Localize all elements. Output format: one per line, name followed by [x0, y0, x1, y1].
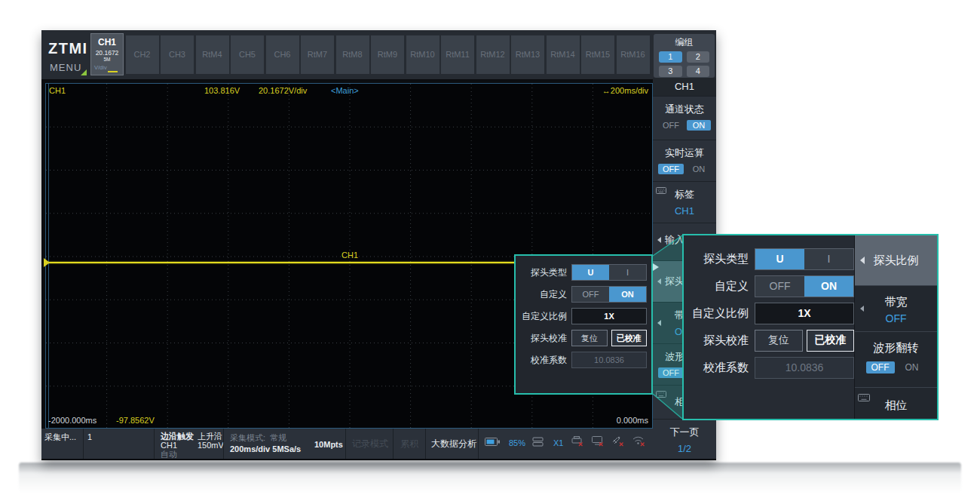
trigger-info[interactable]: 边沿触发 CH1 自动 [161, 432, 194, 459]
status-icons: 85% X1 [485, 435, 646, 450]
acq-points: 10Mpts [314, 440, 343, 449]
scope-left-voltage: -97.8562V [116, 416, 155, 425]
group-button-1[interactable]: 1 [659, 51, 682, 63]
option-on[interactable]: ON [804, 276, 853, 297]
off-option[interactable]: OFF [658, 164, 684, 174]
tab-ch3[interactable]: CH3 [161, 35, 194, 74]
left-arrow-icon [860, 257, 865, 264]
group-button-3[interactable]: 3 [659, 66, 682, 77]
tab-label: RtM4 [202, 50, 222, 59]
battery-percent: 85% [509, 438, 525, 447]
keyboard-icon [656, 389, 666, 400]
tab-ch2[interactable]: CH2 [126, 35, 159, 74]
option-off[interactable]: OFF [572, 287, 609, 302]
calibrated-button[interactable]: 已校准 [611, 330, 648, 346]
cal-coeff-row: 校准系数 10.0836 [684, 356, 854, 379]
left-arrow-icon [657, 320, 661, 326]
probe-ratio-popup: 探头类型 U I 自定义 OFF ON 自定义比例 1X 探头校准 [514, 254, 653, 395]
on-option[interactable]: ON [687, 120, 711, 131]
divider [478, 429, 479, 459]
tab-ch6[interactable]: CH6 [266, 35, 299, 74]
trigger-edge-info: 上升沿 150mV [198, 432, 224, 450]
custom-ratio-input[interactable]: 1X [571, 308, 647, 324]
acq-mode: 常规 [270, 433, 286, 442]
sidebar-item-tag[interactable]: 标签 CH1 [653, 181, 716, 223]
menu-item-probe-ratio[interactable]: 探头比例 [855, 235, 937, 285]
option-u[interactable]: U [755, 249, 804, 269]
tab-rtm14[interactable]: RtM14 [547, 35, 580, 74]
wifi-disconnected-icon [632, 435, 646, 450]
option-off[interactable]: OFF [755, 276, 804, 297]
sidebar-item-next-page[interactable]: 下一页 1/2 [653, 419, 716, 458]
tab-label: RtM15 [586, 50, 610, 59]
tab-rtm16[interactable]: RtM16 [617, 35, 650, 74]
tab-label: RtM16 [620, 50, 645, 59]
tab-ch5[interactable]: CH5 [231, 35, 264, 74]
tab-rtm8[interactable]: RtM8 [336, 35, 369, 74]
field-label: 自定义 [516, 288, 567, 301]
page-indicator: 1/2 [653, 443, 716, 454]
on-option[interactable]: ON [898, 361, 926, 374]
custom-toggle: OFF ON [571, 286, 647, 303]
field-label: 探头类型 [684, 252, 749, 266]
tab-label: RtM12 [480, 50, 504, 59]
probe-type-row: 探头类型 U I [516, 264, 651, 281]
scope-scale: 20.1672V/div [259, 86, 307, 95]
tab-label: CH6 [274, 50, 290, 59]
popup-menu-column: 探头比例 带宽 OFF 波形翻转 OFF ON 相位 [854, 235, 937, 419]
divider [425, 429, 426, 459]
reset-button[interactable]: 复位 [571, 330, 608, 346]
menu-item-bandwidth[interactable]: 带宽 OFF [855, 285, 937, 331]
record-mode[interactable]: 记录模式 [352, 439, 388, 448]
option-u[interactable]: U [572, 265, 609, 280]
tab-rtm7[interactable]: RtM7 [301, 35, 334, 74]
tab-rtm10[interactable]: RtM10 [406, 35, 439, 74]
tab-rtm4[interactable]: RtM4 [196, 35, 229, 74]
probe-type-toggle: U I [571, 264, 647, 281]
option-on[interactable]: ON [609, 287, 646, 302]
calibrated-button[interactable]: 已校准 [807, 330, 855, 352]
menu-button[interactable]: MENU [50, 62, 81, 73]
option-i[interactable]: I [804, 249, 853, 269]
printer-disconnected-icon [571, 435, 584, 450]
accumulate[interactable]: 累积 [400, 439, 418, 448]
reset-button[interactable]: 复位 [755, 330, 803, 352]
cursor-line[interactable] [48, 84, 49, 428]
custom-toggle: OFF ON [755, 275, 854, 297]
tab-label: CH3 [169, 50, 185, 59]
off-option[interactable]: OFF [866, 361, 895, 374]
big-data-analysis[interactable]: 大数据分析 [431, 439, 476, 448]
tab-unit: V/div [91, 64, 123, 71]
item-value: CH1 [653, 205, 716, 217]
tab-rtm11[interactable]: RtM11 [441, 35, 474, 74]
group-button-2[interactable]: 2 [687, 51, 710, 63]
menu-item-waveform-invert[interactable]: 波形翻转 OFF ON [855, 331, 937, 387]
off-option[interactable]: OFF [658, 120, 684, 131]
tab-rtm12[interactable]: RtM12 [476, 35, 510, 74]
custom-ratio-row: 自定义比例 1X [516, 308, 651, 324]
option-i[interactable]: I [609, 265, 646, 280]
brand-logo: ZTMI [48, 40, 88, 57]
sidebar-item-channel-state[interactable]: 通道状态 OFF ON [653, 96, 716, 140]
menu-item-phase[interactable]: 相位 [855, 387, 937, 420]
field-label: 探头校准 [684, 334, 749, 348]
off-option[interactable]: OFF [658, 367, 684, 378]
sidebar-item-realtime-math[interactable]: 实时运算 OFF ON [653, 140, 716, 181]
group-title: 编组 [654, 36, 715, 49]
custom-ratio-input[interactable]: 1X [755, 303, 854, 324]
tab-label: RtM10 [410, 50, 434, 59]
device-reflection [19, 463, 961, 494]
tab-ch1[interactable]: CH1 20.1672 5M V/div [90, 33, 124, 75]
on-option[interactable]: ON [687, 164, 711, 174]
item-label: 实时运算 [653, 140, 716, 160]
acquisition-info[interactable]: 采集模式: 常规 200ms/div 5MSa/s [230, 433, 301, 453]
tab-rtm15[interactable]: RtM15 [581, 35, 614, 74]
item-label: 通道状态 [653, 97, 716, 116]
divider [393, 429, 394, 459]
field-label: 自定义比例 [516, 310, 567, 323]
tab-rtm9[interactable]: RtM9 [371, 35, 404, 74]
scope-level: 103.816V [204, 86, 240, 95]
trace-ground-marker[interactable] [44, 258, 50, 267]
tab-rtm13[interactable]: RtM13 [511, 35, 544, 74]
group-button-4[interactable]: 4 [687, 66, 710, 77]
